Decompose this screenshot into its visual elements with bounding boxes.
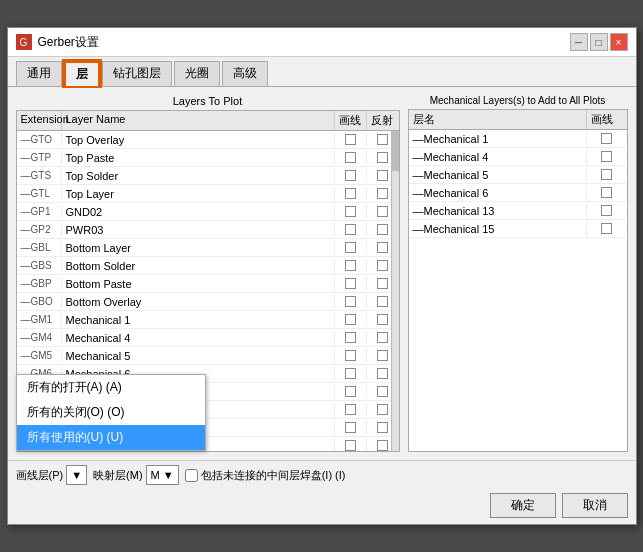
draw-checkbox[interactable] xyxy=(345,278,356,289)
scrollbar[interactable] xyxy=(391,131,399,451)
reflect-checkbox[interactable] xyxy=(377,440,388,451)
reflect-checkbox[interactable] xyxy=(377,260,388,271)
tab-aperture[interactable]: 光圈 xyxy=(174,61,220,86)
draw-checkbox[interactable] xyxy=(345,404,356,415)
cancel-button[interactable]: 取消 xyxy=(562,493,628,518)
row-draw-check[interactable] xyxy=(335,313,367,326)
right-draw-checkbox[interactable] xyxy=(601,133,612,144)
row-draw-check[interactable] xyxy=(335,151,367,164)
draw-checkbox[interactable] xyxy=(345,332,356,343)
right-draw-checkbox[interactable] xyxy=(601,151,612,162)
row-draw-check[interactable] xyxy=(335,331,367,344)
draw-layer-dropdown[interactable]: ▼ xyxy=(66,465,87,485)
right-row-draw-check[interactable] xyxy=(587,150,627,163)
minimize-button[interactable]: ─ xyxy=(570,33,588,51)
right-panel-title: Mechanical Layers(s) to Add to All Plots xyxy=(408,95,628,106)
draw-checkbox[interactable] xyxy=(345,350,356,361)
dropdown-item-all-used[interactable]: 所有使用的(U) (U) xyxy=(17,425,205,450)
tab-general[interactable]: 通用 xyxy=(16,61,62,86)
draw-checkbox[interactable] xyxy=(345,368,356,379)
row-draw-check[interactable] xyxy=(335,205,367,218)
right-draw-checkbox[interactable] xyxy=(601,205,612,216)
reflect-checkbox[interactable] xyxy=(377,152,388,163)
reflect-checkbox[interactable] xyxy=(377,278,388,289)
row-draw-check[interactable] xyxy=(335,169,367,182)
row-draw-check[interactable] xyxy=(335,187,367,200)
draw-checkbox[interactable] xyxy=(345,242,356,253)
draw-checkbox[interactable] xyxy=(345,224,356,235)
draw-checkbox[interactable] xyxy=(345,314,356,325)
row-draw-check[interactable] xyxy=(335,295,367,308)
tab-advanced[interactable]: 高级 xyxy=(222,61,268,86)
dropdown-item-all-close[interactable]: 所有的关闭(O) (O) xyxy=(17,400,205,425)
gerber-settings-dialog: G Gerber设置 ─ □ × 通用 层 钻孔图层 光圈 高级 Layers … xyxy=(7,27,637,525)
right-draw-checkbox[interactable] xyxy=(601,187,612,198)
right-table-row: —Mechanical 1 xyxy=(409,130,627,148)
row-draw-check[interactable] xyxy=(335,133,367,146)
reflect-checkbox[interactable] xyxy=(377,188,388,199)
reflect-checkbox[interactable] xyxy=(377,242,388,253)
right-table-row: —Mechanical 5 xyxy=(409,166,627,184)
draw-checkbox[interactable] xyxy=(345,152,356,163)
draw-checkbox[interactable] xyxy=(345,170,356,181)
right-row-draw-check[interactable] xyxy=(587,186,627,199)
draw-checkbox[interactable] xyxy=(345,296,356,307)
row-draw-check[interactable] xyxy=(335,223,367,236)
right-draw-checkbox[interactable] xyxy=(601,223,612,234)
left-table-row: —GM4 Mechanical 4 xyxy=(17,329,399,347)
reflect-checkbox[interactable] xyxy=(377,422,388,433)
include-unconnected-label[interactable]: 包括未连接的中间层焊盘(I) (I) xyxy=(185,468,346,483)
row-draw-check[interactable] xyxy=(335,277,367,290)
include-unconnected-checkbox[interactable] xyxy=(185,469,198,482)
maximize-button[interactable]: □ xyxy=(590,33,608,51)
right-row-name: —Mechanical 13 xyxy=(409,204,587,218)
row-layer-name: Bottom Layer xyxy=(62,241,335,255)
reflect-checkbox[interactable] xyxy=(377,170,388,181)
right-row-draw-check[interactable] xyxy=(587,222,627,235)
row-layer-name: Top Solder xyxy=(62,169,335,183)
row-draw-check[interactable] xyxy=(335,421,367,434)
dropdown-item-all-open[interactable]: 所有的打开(A) (A) xyxy=(17,375,205,400)
draw-checkbox[interactable] xyxy=(345,134,356,145)
row-draw-check[interactable] xyxy=(335,241,367,254)
include-unconnected-group: 包括未连接的中间层焊盘(I) (I) xyxy=(185,468,346,483)
right-draw-checkbox[interactable] xyxy=(601,169,612,180)
tab-layers[interactable]: 层 xyxy=(64,61,100,86)
reflect-checkbox[interactable] xyxy=(377,206,388,217)
reflect-checkbox[interactable] xyxy=(377,332,388,343)
reflect-checkbox[interactable] xyxy=(377,314,388,325)
right-row-draw-check[interactable] xyxy=(587,132,627,145)
dialog-icon: G xyxy=(16,34,32,50)
draw-checkbox[interactable] xyxy=(345,440,356,451)
draw-checkbox[interactable] xyxy=(345,206,356,217)
right-panel: Mechanical Layers(s) to Add to All Plots… xyxy=(408,95,628,452)
reflect-checkbox[interactable] xyxy=(377,134,388,145)
reflect-checkbox[interactable] xyxy=(377,368,388,379)
row-draw-check[interactable] xyxy=(335,367,367,380)
draw-layer-label: 画线层(P) xyxy=(16,468,64,483)
right-row-draw-check[interactable] xyxy=(587,204,627,217)
row-draw-check[interactable] xyxy=(335,259,367,272)
draw-checkbox[interactable] xyxy=(345,386,356,397)
close-button[interactable]: × xyxy=(610,33,628,51)
row-draw-check[interactable] xyxy=(335,403,367,416)
ok-button[interactable]: 确定 xyxy=(490,493,556,518)
left-table-row: —GBS Bottom Solder xyxy=(17,257,399,275)
right-row-draw-check[interactable] xyxy=(587,168,627,181)
draw-checkbox[interactable] xyxy=(345,260,356,271)
draw-checkbox[interactable] xyxy=(345,422,356,433)
row-draw-check[interactable] xyxy=(335,349,367,362)
reflect-checkbox[interactable] xyxy=(377,224,388,235)
reflect-checkbox[interactable] xyxy=(377,350,388,361)
draw-checkbox[interactable] xyxy=(345,188,356,199)
reflect-checkbox[interactable] xyxy=(377,386,388,397)
row-draw-check[interactable] xyxy=(335,439,367,451)
reflect-checkbox[interactable] xyxy=(377,296,388,307)
reflect-layer-dropdown[interactable]: M ▼ xyxy=(146,465,179,485)
tab-drill[interactable]: 钻孔图层 xyxy=(102,61,172,86)
scrollbar-thumb[interactable] xyxy=(392,131,400,171)
right-row-name: —Mechanical 6 xyxy=(409,186,587,200)
row-draw-check[interactable] xyxy=(335,385,367,398)
left-table-row: —GM5 Mechanical 5 xyxy=(17,347,399,365)
reflect-checkbox[interactable] xyxy=(377,404,388,415)
